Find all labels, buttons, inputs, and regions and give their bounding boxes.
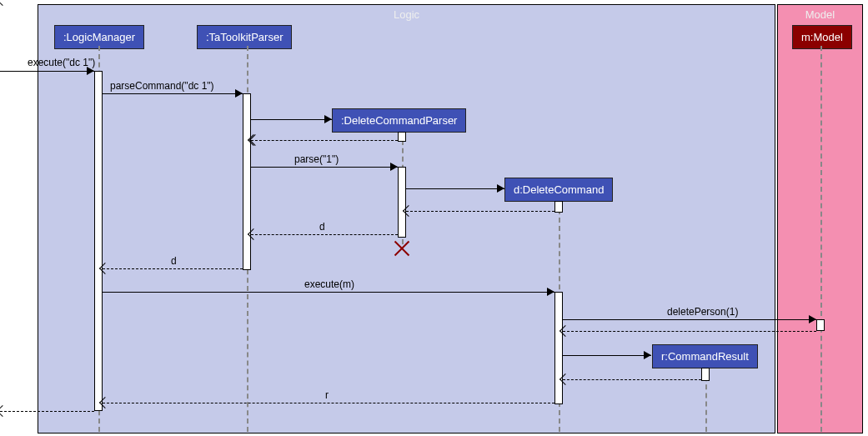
arrow-return-dcp — [251, 140, 398, 141]
arrow-head-parse-command — [235, 89, 243, 98]
arrow-head-create-cr — [644, 351, 651, 359]
msg-return-d2: d — [171, 255, 177, 267]
arrow-parse-command — [103, 93, 243, 94]
arrow-delete-person — [563, 319, 816, 320]
arrow-head-parse — [390, 163, 398, 171]
participant-delete-command-parser: :DeleteCommandParser — [332, 108, 466, 133]
msg-parse: parse("1") — [294, 153, 339, 165]
destroy-dcp — [394, 240, 410, 257]
arrow-head-delete-person — [809, 315, 816, 323]
arrow-return-d1 — [251, 234, 398, 235]
arrow-execute1 — [0, 71, 94, 72]
arrow-head-create-dcp — [324, 115, 332, 123]
msg-return-d1: d — [319, 221, 325, 233]
participant-command-result: r:CommandResult — [652, 344, 758, 368]
arrow-create-dc — [406, 188, 504, 189]
msg-execute1: execute("dc 1") — [28, 57, 95, 68]
frame-model-title: Model — [778, 5, 862, 24]
activation-cr — [701, 368, 710, 381]
arrow-head-create-dc — [497, 184, 504, 193]
activation-model — [816, 319, 825, 331]
msg-parse-command: parseCommand("dc 1") — [110, 80, 214, 92]
arrow-return-r — [103, 403, 554, 403]
arrow-return-cr — [563, 379, 701, 380]
frame-logic: Logic — [38, 4, 775, 433]
msg-delete-person: deletePerson(1) — [667, 306, 738, 318]
arrow-final-return — [0, 411, 94, 412]
participant-delete-command: d:DeleteCommand — [504, 178, 613, 202]
lifeline-model — [820, 46, 822, 432]
arrow-create-cr — [563, 355, 651, 356]
msg-return-r: r — [325, 389, 329, 401]
activation-dcp-1 — [398, 132, 406, 142]
sequence-diagram: Logic Model :LogicManager :TaToolkitPars… — [0, 0, 868, 436]
activation-dcp-2 — [398, 167, 406, 238]
activation-dc-1 — [554, 201, 563, 213]
arrow-return-model — [563, 331, 816, 332]
arrow-return-d2 — [103, 268, 243, 269]
msg-execute-m: execute(m) — [304, 278, 354, 290]
activation-logic-manager — [94, 71, 103, 411]
activation-dc-2 — [554, 292, 563, 404]
arrow-execute-m — [103, 292, 554, 293]
frame-logic-title: Logic — [38, 5, 775, 24]
activation-ta-toolkit-parser — [243, 93, 251, 270]
arrow-return-dc-create — [406, 211, 554, 212]
arrow-create-dcp — [251, 119, 332, 120]
arrow-head-execute-m — [547, 288, 554, 296]
arrow-parse — [251, 167, 398, 168]
participant-ta-toolkit-parser: :TaToolkitParser — [197, 25, 292, 49]
